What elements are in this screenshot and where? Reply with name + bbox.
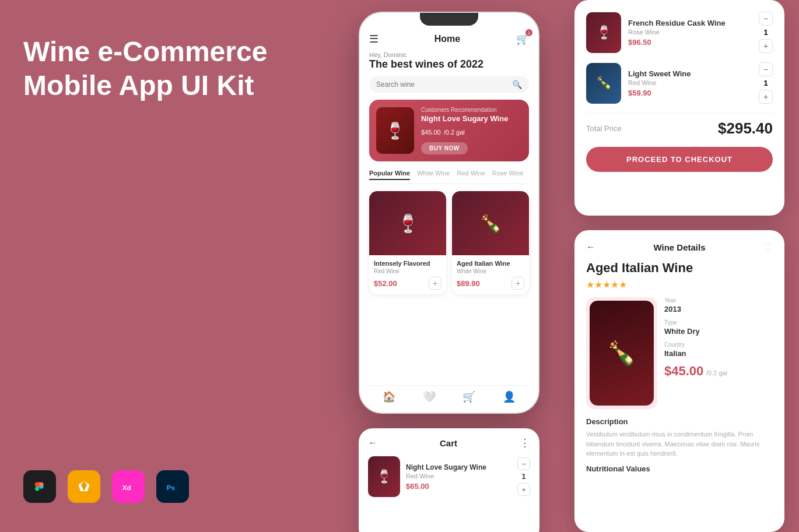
rec-label: Customers Recommendation [421, 107, 508, 113]
detail-wine-name: Aged Italian Wine [586, 260, 773, 276]
year-value: 2013 [664, 305, 773, 313]
add-wine-0-button[interactable]: + [429, 277, 441, 290]
type-label: Type [664, 319, 773, 326]
nav-home[interactable]: 🏠 [383, 390, 395, 403]
summary-item-info-0: French Residue Cask Wine Rose Wine $96.5… [628, 19, 752, 47]
cart-panel-header: ← Cart ⋮ [368, 436, 530, 449]
cart-panel-title: Cart [377, 438, 520, 448]
detail-wine-image: 🍾 [590, 301, 654, 406]
total-row: Total Price $295.40 [586, 119, 773, 138]
phone-notch [420, 13, 478, 26]
greeting-small: Hey, Dominic [369, 51, 529, 58]
detail-back-arrow[interactable]: ← [586, 242, 595, 252]
summary-item-image-1: 🍾 [586, 63, 621, 104]
wine-card-0[interactable]: 🍷 Intensely Flavored Red Wine $52.00 + [369, 191, 446, 294]
summary-qty-value-0: 1 [763, 28, 768, 37]
nav-cart[interactable]: 🛒 [462, 390, 475, 403]
tab-red-wine[interactable]: Red Wine [457, 170, 485, 180]
summary-item-1: 🍾 Light Sweet Wine Red Wine $59.90 − 1 + [586, 62, 773, 104]
banner-text: Customers Recommendation Night Love Suga… [421, 107, 508, 154]
cart-item-image: 🍷 [368, 456, 400, 497]
tab-white-wine[interactable]: White Wine [417, 170, 450, 180]
nav-profile[interactable]: 👤 [503, 390, 516, 403]
phone-screen-content: ☰ Home 🛒 1 Hey, Dominic The best wines o… [360, 26, 538, 413]
type-value: White Dry [664, 327, 773, 336]
spec-year: Year 2013 [664, 297, 773, 313]
summary-item-type-0: Rose Wine [628, 29, 752, 36]
add-wine-1-button[interactable]: + [511, 277, 524, 290]
increase-summary-qty-1[interactable]: + [759, 90, 773, 104]
total-amount: $295.40 [718, 119, 773, 138]
wine-card-image-0: 🍷 [369, 191, 446, 255]
spec-country: Country Italian [664, 341, 773, 358]
wine-card-name-1: Aged Italian Wine [457, 260, 524, 267]
nav-favorites[interactable]: 🤍 [423, 390, 436, 403]
bottom-nav: 🏠 🤍 🛒 👤 [369, 385, 529, 406]
greeting-big: The best wines of 2022 [369, 58, 529, 71]
banner-wine-image: 🍷 [376, 107, 414, 154]
tool-icons-row: Xd Ps [23, 470, 189, 503]
increase-summary-qty-0[interactable]: + [759, 39, 773, 53]
wine-card-info-1: Aged Italian Wine White Wine $89.90 + [452, 255, 529, 294]
summary-item-0: 🍷 French Residue Cask Wine Rose Wine $96… [586, 12, 773, 53]
detail-price: $45.00 /0.2 gal [664, 364, 773, 379]
detail-body: 🍾 Year 2013 Type White Dry Country Itali… [586, 297, 773, 409]
divider [586, 113, 773, 114]
phone-header: ☰ Home 🛒 1 [369, 33, 529, 45]
wine-category-tabs: Popular Wine White Wine Red Wine Rose Wi… [369, 170, 529, 184]
search-bar[interactable]: 🔍 [369, 76, 529, 93]
summary-item-price-0: $96.50 [628, 38, 752, 47]
cart-header-icon[interactable]: 🛒 1 [516, 33, 529, 45]
cart-options-icon[interactable]: ⋮ [520, 436, 530, 449]
qty-value: 1 [522, 473, 526, 481]
detail-specs: Year 2013 Type White Dry Country Italian… [664, 297, 773, 409]
svg-text:Ps: Ps [167, 484, 176, 491]
buy-now-button[interactable]: BUY NOW [421, 142, 468, 154]
wine-card-1[interactable]: 🍾 Aged Italian Wine White Wine $89.90 + [452, 191, 529, 294]
wine-card-price-1: $89.90 [457, 279, 480, 288]
summary-item-info-1: Light Sweet Wine Red Wine $59.90 [628, 69, 752, 97]
recommendation-banner: 🍷 Customers Recommendation Night Love Su… [369, 100, 529, 161]
search-input[interactable] [376, 80, 512, 89]
total-label: Total Price [586, 124, 622, 133]
cart-mini-panel: ← Cart ⋮ 🍷 Night Love Sugary Wine Red Wi… [359, 428, 539, 532]
wine-card-price-0: $52.00 [374, 279, 397, 288]
main-phone: ☰ Home 🛒 1 Hey, Dominic The best wines o… [359, 12, 539, 414]
cart-back-arrow[interactable]: ← [368, 438, 377, 448]
cart-item-price: $65.00 [406, 482, 511, 491]
photoshop-icon[interactable]: Ps [156, 470, 189, 503]
checkout-button[interactable]: PROCEED TO CHECKOUT [586, 147, 773, 172]
home-title: Home [434, 34, 460, 44]
summary-item-qty-0: − 1 + [759, 12, 773, 53]
detail-title: Wine Details [653, 242, 705, 252]
cart-summary-panel: 🍷 French Residue Cask Wine Rose Wine $96… [574, 0, 784, 216]
detail-description: Description Vestibulum vestibulum risus … [586, 417, 773, 459]
spec-type: Type White Dry [664, 319, 773, 336]
summary-item-name-1: Light Sweet Wine [628, 69, 752, 78]
decrease-summary-qty-0[interactable]: − [759, 12, 773, 26]
detail-price-amount: $45.00 [664, 364, 703, 378]
decrease-qty-button[interactable]: − [517, 457, 530, 470]
banner-wine-name: Night Love Sugary Wine [421, 114, 508, 123]
hero-title: Wine e-Commerce Mobile App UI Kit [23, 35, 303, 102]
increase-qty-button[interactable]: + [517, 483, 530, 496]
figma-icon[interactable] [23, 470, 56, 503]
xd-icon[interactable]: Xd [112, 470, 145, 503]
year-label: Year [664, 297, 773, 304]
cart-item-qty: − 1 + [517, 457, 530, 496]
detail-price-unit: /0.2 gal [706, 369, 727, 376]
country-label: Country [664, 341, 773, 348]
cart-badge: 1 [525, 29, 532, 36]
tab-popular-wine[interactable]: Popular Wine [369, 170, 410, 180]
summary-item-type-1: Red Wine [628, 79, 752, 86]
decrease-summary-qty-1[interactable]: − [759, 62, 773, 76]
wine-cards-grid: 🍷 Intensely Flavored Red Wine $52.00 + 🍾… [369, 191, 529, 294]
menu-icon[interactable]: ☰ [369, 33, 379, 45]
sketch-icon[interactable] [68, 470, 100, 503]
search-icon: 🔍 [512, 80, 522, 89]
detail-img-wrapper: 🍾 [586, 297, 657, 409]
wine-card-footer-1: $89.90 + [457, 277, 524, 290]
nutritional-title: Nutritional Values [586, 464, 773, 473]
detail-heart-icon[interactable]: ♡ [763, 241, 773, 253]
tab-rose-wine[interactable]: Rose Wine [492, 170, 524, 180]
